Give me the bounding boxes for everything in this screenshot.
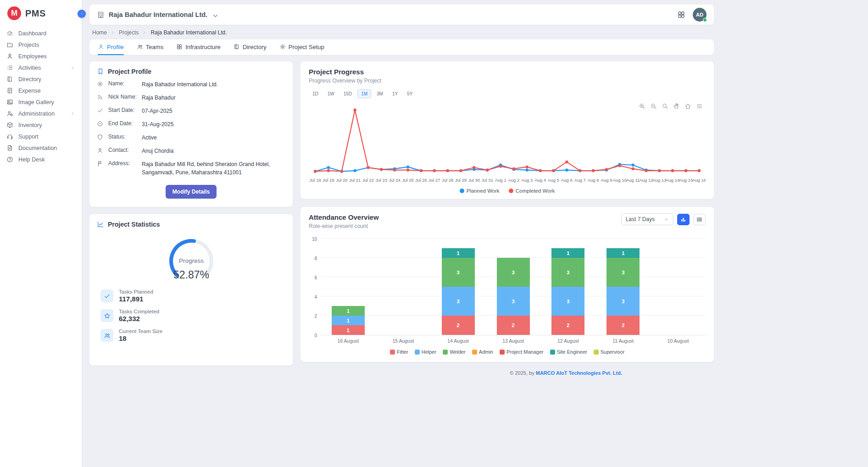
bar-segment-site-engineer[interactable]: 1	[442, 248, 475, 258]
legend-item-supervisor[interactable]: Supervisor	[594, 349, 625, 355]
bar-segment-fitter[interactable]: 2	[606, 316, 640, 335]
sidebar-item-inventory[interactable]: Inventory	[0, 119, 82, 131]
tab-directory[interactable]: Directory	[234, 39, 267, 55]
bar-segment-helper[interactable]: 3	[497, 287, 530, 316]
bar-segment-fitter[interactable]: 1	[332, 325, 365, 335]
sidebar-item-dashboard[interactable]: Dashboard	[0, 28, 82, 39]
person-icon	[6, 53, 13, 60]
legend-item-fitter[interactable]: Fitter	[390, 349, 408, 355]
footer-link[interactable]: MARCO AIoT Technologies Pvt. Ltd.	[536, 370, 622, 376]
attendance-overview-card: Attendance Overview Role-wise present co…	[300, 207, 714, 362]
bar-segment-site-engineer[interactable]: 1	[551, 248, 584, 258]
breadcrumb-link[interactable]: Projects	[119, 29, 139, 36]
profile-field-nick-name: Nick Name:Raja Bahadur	[97, 94, 285, 102]
attendance-bar-chart: 111233123323312331	[321, 239, 706, 335]
bar-segment-welder[interactable]: 1	[332, 306, 365, 316]
field-value: Raja Bahadur International Ltd.	[142, 80, 218, 89]
range-button-1d[interactable]: 1D	[309, 89, 322, 98]
sidebar-item-activities[interactable]: Activities	[0, 62, 82, 73]
apps-grid-button[interactable]	[677, 11, 685, 19]
tab-infrastructure[interactable]: Infrastructure	[176, 39, 221, 55]
sidebar-item-image-gallery[interactable]: Image Gallery	[0, 96, 82, 108]
bar-segment-helper[interactable]: 1	[332, 316, 365, 325]
svg-text:Jul 30: Jul 30	[468, 178, 480, 183]
sidebar-item-documentation[interactable]: Documentation	[0, 142, 82, 154]
date-range-select[interactable]: Last 7 Days	[621, 213, 673, 225]
tab-teams[interactable]: Teams	[137, 39, 163, 55]
bar-segment-fitter[interactable]: 2	[551, 316, 584, 335]
stat-icon-box	[100, 309, 113, 322]
grid-icon	[176, 44, 183, 50]
gauge-label: Progress	[178, 257, 203, 264]
legend-item-project-manager[interactable]: Project Manager	[500, 349, 544, 355]
legend-item-planned-work[interactable]: Planned Work	[460, 188, 500, 194]
legend-item-completed-work[interactable]: Completed Work	[509, 188, 555, 194]
bar-segment-welder[interactable]: 3	[551, 258, 584, 287]
field-label: Name:	[108, 80, 137, 87]
toolbar-pan-button[interactable]	[673, 103, 680, 110]
modify-details-button[interactable]: Modify Details	[166, 185, 217, 199]
toolbar-zoom-in-button[interactable]	[639, 103, 645, 110]
company-selector[interactable]: Raja Bahadur International Ltd.	[97, 11, 217, 19]
legend-item-helper[interactable]: Helper	[415, 349, 436, 355]
svg-text:Jul 18: Jul 18	[309, 178, 321, 183]
breadcrumb-link[interactable]: Home	[92, 29, 107, 36]
toolbar-menu-button[interactable]	[696, 103, 703, 110]
sidebar-item-help-desk[interactable]: Help Desk	[0, 154, 82, 165]
legend-item-welder[interactable]: Welder	[443, 349, 466, 355]
bar-segment-helper[interactable]: 3	[551, 287, 584, 316]
bar-column-13-august: 233	[486, 239, 541, 335]
avatar[interactable]: AD	[693, 8, 707, 22]
range-button-5y[interactable]: 5Y	[403, 89, 416, 98]
range-button-15d[interactable]: 15D	[340, 89, 356, 98]
project-statistics-card: Project Statistics Progress52.87% Tasks …	[89, 214, 293, 366]
tab-project-setup[interactable]: Project Setup	[279, 39, 324, 55]
bar-segment-welder[interactable]: 3	[442, 258, 475, 287]
field-value: Raja Bahadur Mill Rd, behind Sheraton Gr…	[142, 160, 285, 177]
toolbar-zoom-out-button[interactable]	[650, 103, 657, 110]
bar-segment-helper[interactable]: 3	[606, 287, 640, 316]
sidebar-item-expense[interactable]: Expense	[0, 85, 82, 96]
range-button-3m[interactable]: 3M	[373, 89, 387, 98]
bar-segment-fitter[interactable]: 2	[442, 316, 475, 335]
y-axis-tick: 10	[312, 237, 317, 242]
flag-icon	[97, 161, 103, 167]
bar-segment-welder[interactable]: 3	[497, 258, 530, 287]
bar-chart-y-axis: 0246810	[309, 239, 321, 335]
range-button-1m[interactable]: 1M	[357, 89, 371, 98]
sidebar-collapse-button[interactable]	[78, 10, 86, 18]
range-button-1w[interactable]: 1W	[324, 89, 338, 98]
tab-profile[interactable]: Profile	[98, 39, 124, 55]
svg-text:Aug 11: Aug 11	[626, 178, 640, 183]
footer: © 2025, by MARCO AIoT Technologies Pvt. …	[89, 366, 714, 376]
sidebar-item-label: Help Desk	[18, 156, 45, 163]
sidebar-item-projects[interactable]: Projects	[0, 39, 82, 50]
toolbar-home-button[interactable]	[684, 103, 691, 110]
sidebar-item-administration[interactable]: Administration	[0, 108, 82, 119]
tab-label: Directory	[243, 44, 267, 50]
sidebar-item-directory[interactable]: Directory	[0, 73, 82, 85]
stat-value: 117,891	[119, 295, 153, 303]
broadcast-icon	[97, 94, 103, 100]
toolbar-selection-zoom-button[interactable]	[662, 103, 668, 110]
x-axis-label: 13 August	[486, 338, 541, 344]
gauge-value: 52.87%	[173, 269, 209, 281]
svg-text:Jul 24: Jul 24	[389, 178, 401, 183]
sidebar-item-support[interactable]: Support	[0, 131, 82, 142]
bar-segment-site-engineer[interactable]: 1	[606, 248, 640, 258]
svg-text:Jul 19: Jul 19	[323, 178, 334, 183]
project-progress-card: Project Progress Progress Overview by Pr…	[300, 61, 714, 199]
legend-item-site-engineer[interactable]: Site Engineer	[550, 349, 587, 355]
bar-segment-helper[interactable]: 3	[442, 287, 475, 316]
star-icon	[104, 312, 111, 319]
svg-text:Jul 23: Jul 23	[376, 178, 387, 183]
chart-view-button[interactable]	[677, 214, 690, 225]
projects-icon	[6, 41, 13, 48]
bar-segment-welder[interactable]: 3	[606, 258, 640, 287]
sidebar-item-employees[interactable]: Employees	[0, 50, 82, 62]
bar-segment-fitter[interactable]: 2	[497, 316, 530, 335]
table-view-button[interactable]	[693, 214, 706, 225]
range-button-1y[interactable]: 1Y	[389, 89, 401, 98]
legend-item-admin[interactable]: Admin	[472, 349, 493, 355]
file-icon	[6, 145, 13, 151]
